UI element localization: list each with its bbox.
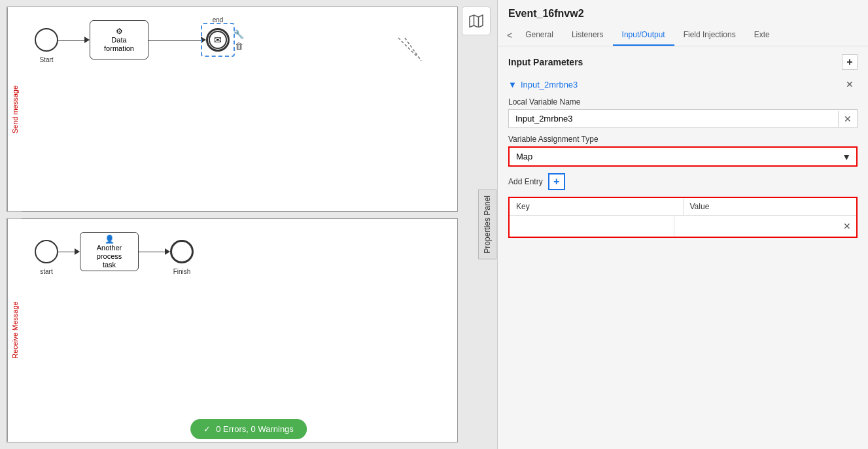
start-event[interactable] — [35, 28, 58, 52]
another-process-task[interactable]: 👤 Anotherprocesstask — [80, 232, 139, 271]
kv-row: ✕ — [510, 216, 856, 237]
variable-assignment-type-field: Variable Assignment Type String Expressi… — [508, 135, 858, 167]
kv-table: Key Value ✕ — [508, 197, 858, 238]
local-variable-name-field: Local Variable Name ✕ — [508, 97, 858, 128]
bottom-pool-label: Receive Message — [7, 219, 22, 442]
start-event-label: Start — [39, 56, 53, 63]
another-process-label: Anotherprocesstask — [97, 244, 122, 270]
kv-header: Key Value — [510, 198, 856, 216]
data-formation-label: Dataformation — [104, 36, 134, 53]
local-variable-name-label: Local Variable Name — [508, 97, 858, 107]
local-variable-name-input[interactable] — [509, 110, 838, 127]
arrow-1 — [58, 37, 90, 43]
end-event-finish[interactable] — [170, 240, 194, 263]
input-parameters-title: Input Parameters — [508, 57, 583, 67]
finish-label: Finish — [173, 268, 191, 275]
properties-panel-tab[interactable]: Properties Panel — [478, 190, 496, 259]
start-event-2-label: start — [40, 268, 52, 275]
variable-assignment-type-label: Variable Assignment Type — [508, 135, 858, 144]
kv-delete-button[interactable]: ✕ — [838, 218, 856, 234]
param-chevron: ▼ — [508, 80, 517, 90]
panel-body: Input Parameters + ▼ Input_2mrbne3 ✕ Loc… — [498, 46, 868, 449]
status-icon: ✓ — [203, 424, 211, 434]
kv-value-cell — [674, 216, 839, 237]
wrench-icon[interactable]: 🔧 — [234, 29, 244, 39]
kv-key-header: Key — [510, 198, 684, 215]
add-entry-button[interactable]: + — [548, 173, 565, 190]
arrow-3 — [58, 248, 80, 255]
start-event-2[interactable] — [35, 240, 58, 263]
variable-assignment-type-select[interactable]: String Expression Script List Map — [510, 148, 856, 165]
local-variable-name-input-wrapper: ✕ — [508, 109, 858, 128]
add-entry-label: Add Entry — [508, 177, 543, 186]
param-item-header: ▼ Input_2mrbne3 ✕ — [508, 78, 858, 91]
panel-header: Event_16fnvw2 — [498, 0, 868, 25]
kv-value-input[interactable] — [681, 220, 832, 229]
canvas-area: Properties Panel Send message Start — [0, 0, 497, 449]
param-name-label: Input_2mrbne3 — [521, 80, 578, 90]
bottom-pool-content: start 👤 Anotherprocesstask — [22, 219, 457, 442]
arrow-4 — [139, 248, 170, 255]
svg-line-2 — [398, 38, 418, 58]
status-text: 0 Errors, 0 Warnings — [216, 424, 294, 434]
trash-icon[interactable]: 🗑 — [235, 41, 243, 51]
kv-value-header: Value — [684, 198, 857, 215]
panel-tabs: < General Listeners Input/Output Field I… — [498, 25, 868, 46]
kv-key-input[interactable] — [516, 220, 667, 229]
dashed-connectors — [392, 35, 425, 67]
bottom-pool-diagram: start 👤 Anotherprocesstask — [22, 219, 457, 442]
status-bar: ✓ 0 Errors, 0 Warnings — [190, 419, 307, 439]
data-formation-task[interactable]: ⚙ Dataformation — [90, 20, 148, 59]
kv-key-cell — [510, 216, 674, 237]
person-icon: 👤 — [105, 235, 114, 244]
add-input-param-button[interactable]: + — [842, 54, 858, 70]
remove-param-button[interactable]: ✕ — [842, 78, 858, 91]
input-parameters-header: Input Parameters + — [508, 54, 858, 70]
tab-input-output[interactable]: Input/Output — [613, 25, 674, 46]
top-pool: Send message Start — [7, 7, 458, 212]
tab-general[interactable]: General — [516, 25, 563, 46]
tab-chevron[interactable]: < — [503, 25, 516, 46]
top-pool-diagram: Start ⚙ Dataformation — [22, 7, 457, 211]
arrow-2 — [148, 37, 206, 43]
top-pool-label: Send message — [7, 7, 22, 211]
variable-assignment-type-wrapper: String Expression Script List Map ▼ — [508, 146, 858, 167]
top-pool-content: Start ⚙ Dataformation — [22, 7, 457, 211]
param-item: ▼ Input_2mrbne3 ✕ Local Variable Name ✕ … — [508, 78, 858, 238]
properties-panel: Event_16fnvw2 < General Listeners Input/… — [497, 0, 868, 449]
param-name[interactable]: ▼ Input_2mrbne3 — [508, 80, 578, 90]
tab-extensions[interactable]: Exte — [745, 25, 779, 46]
tab-field-injections[interactable]: Field Injections — [674, 25, 745, 46]
gear-icon: ⚙ — [116, 27, 123, 36]
bottom-pool: Receive Message start — [7, 218, 458, 442]
panel-title: Event_16fnvw2 — [508, 8, 858, 20]
add-entry-row: Add Entry + — [508, 173, 858, 190]
clear-local-var-button[interactable]: ✕ — [838, 111, 857, 127]
tab-listeners[interactable]: Listeners — [563, 25, 613, 46]
action-icons: 🔧 🗑 — [234, 29, 244, 51]
svg-line-3 — [405, 38, 421, 61]
